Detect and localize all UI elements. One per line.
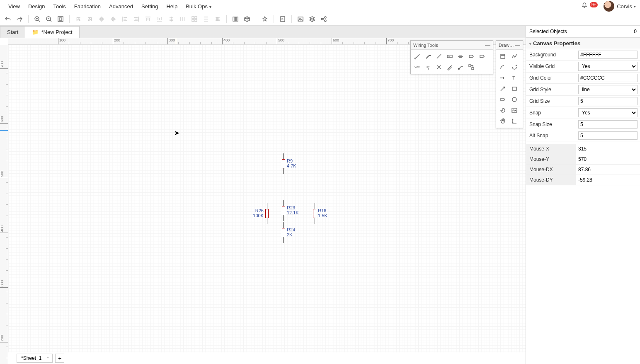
zoom-fit-button[interactable]: [55, 14, 66, 24]
gnd-tool[interactable]: +5V: [423, 62, 433, 72]
rotate-right-button[interactable]: [85, 14, 95, 24]
svg-rect-29: [512, 108, 517, 112]
svg-rect-24: [472, 68, 474, 70]
notification-bell[interactable]: 9+: [581, 2, 598, 10]
undo-button[interactable]: [2, 14, 13, 24]
add-sheet-button[interactable]: +: [55, 354, 64, 363]
drawing-tools-palette[interactable]: Drawi…— T: [496, 40, 523, 128]
svg-point-28: [512, 97, 516, 102]
mouse-dy-value: -59.28: [576, 176, 640, 184]
mouse-x-value: 315: [576, 145, 640, 153]
sheet-tool[interactable]: [498, 51, 508, 61]
image-button[interactable]: [295, 14, 306, 24]
probe-tool[interactable]: [445, 62, 455, 72]
user-name[interactable]: Corvis: [617, 3, 632, 10]
netlabel-tool[interactable]: N: [445, 51, 455, 61]
bom-button[interactable]: B: [277, 14, 288, 24]
wire-tool[interactable]: [412, 51, 422, 61]
library-button[interactable]: [230, 14, 241, 24]
ellipse-tool[interactable]: [509, 95, 519, 104]
group-tool[interactable]: [466, 62, 476, 72]
distribute-grid-button[interactable]: [189, 14, 200, 24]
wiring-tools-palette[interactable]: Wiring Tools— N VCC +5V: [410, 40, 493, 74]
menu-help[interactable]: Help: [162, 1, 182, 12]
sheet-menu-caret-icon[interactable]: ⌃: [46, 356, 50, 360]
mouse-dx-label: Mouse-DX: [526, 165, 576, 175]
svg-rect-25: [501, 54, 505, 58]
menu-tools[interactable]: Tools: [49, 1, 70, 12]
palette-minimize-icon[interactable]: —: [485, 42, 490, 48]
menu-view[interactable]: View: [4, 1, 24, 12]
menu-fabrication[interactable]: Fabrication: [70, 1, 105, 12]
prop-gridstyle-select[interactable]: line: [578, 85, 638, 94]
port-tool[interactable]: [466, 51, 476, 61]
redo-button[interactable]: ?: [14, 14, 25, 24]
tab-new-project[interactable]: 📁 *New Project: [25, 26, 79, 38]
align-grid-button[interactable]: [212, 14, 223, 24]
prop-snap-select[interactable]: Yes: [578, 108, 638, 117]
component-r26[interactable]: R26100K: [265, 203, 269, 224]
prop-visiblegrid-select[interactable]: Yes: [578, 62, 638, 71]
component-r16[interactable]: R161.5K: [313, 203, 316, 224]
global-label-tool[interactable]: [477, 51, 487, 61]
polygon-tool[interactable]: [498, 95, 508, 104]
sheet-tab[interactable]: *Sheet_1⌃: [17, 354, 53, 363]
dimension-tool[interactable]: [509, 116, 519, 126]
component-r9[interactable]: R94.7K: [282, 153, 285, 174]
vertical-ruler: 700600500400300200: [0, 45, 8, 364]
menu-setting[interactable]: Setting: [137, 1, 162, 12]
prop-background-input[interactable]: [578, 51, 638, 59]
align-left-button[interactable]: [119, 14, 130, 24]
prop-altsnap-label: Alt Snap: [526, 131, 576, 141]
align-bottom-button[interactable]: [154, 14, 165, 24]
bus-tool[interactable]: [423, 51, 433, 61]
image-tool[interactable]: [509, 105, 519, 115]
tab-start[interactable]: Start: [0, 26, 25, 38]
layers-button[interactable]: [307, 14, 318, 24]
schematic-canvas[interactable]: R94.7K R26100K R2312.1K R161.5K R242K ➤: [8, 45, 526, 352]
rotate-left-button[interactable]: [73, 14, 84, 24]
pie-tool[interactable]: [498, 105, 508, 115]
noconnect-tool[interactable]: [434, 62, 444, 72]
pan-tool[interactable]: [498, 116, 508, 126]
line-tool[interactable]: [434, 51, 444, 61]
prop-snapsize-input[interactable]: [578, 120, 638, 129]
menu-advanced[interactable]: Advanced: [105, 1, 137, 12]
flip-v-button[interactable]: [108, 14, 119, 24]
auto-route-button[interactable]: [259, 14, 270, 24]
align-top-button[interactable]: [143, 14, 153, 24]
arc2-tool[interactable]: [509, 62, 519, 72]
prop-gridcolor-input[interactable]: [578, 74, 638, 82]
toolbar: ? B: [0, 12, 640, 26]
component-r23[interactable]: R2312.1K: [282, 200, 285, 221]
freehand-tool[interactable]: [498, 84, 508, 94]
align-center-h-button[interactable]: [166, 14, 177, 24]
svg-point-14: [321, 18, 323, 20]
netflag-tool[interactable]: [456, 51, 465, 61]
vcc-tool[interactable]: VCC: [412, 62, 422, 72]
component-r24[interactable]: R242K: [282, 222, 285, 243]
prop-altsnap-input[interactable]: [578, 131, 638, 140]
3d-view-button[interactable]: [242, 14, 252, 24]
flip-h-button[interactable]: [96, 14, 107, 24]
share-button[interactable]: [318, 14, 329, 24]
svg-text:N: N: [448, 55, 450, 58]
user-menu-caret-icon[interactable]: ▾: [634, 4, 636, 9]
canvas-properties-header[interactable]: ▾Canvas Properties: [526, 38, 640, 49]
text-tool[interactable]: T: [509, 73, 519, 83]
distribute-h-button[interactable]: [177, 14, 188, 24]
zoom-in-button[interactable]: [32, 14, 43, 24]
menu-bulkops[interactable]: Bulk Ops ▾: [182, 1, 215, 12]
polyline-tool[interactable]: [509, 51, 519, 61]
rect-tool[interactable]: [509, 84, 519, 94]
palette-minimize-icon[interactable]: —: [515, 42, 520, 48]
arrow-tool[interactable]: [498, 73, 508, 83]
align-right-button[interactable]: [131, 14, 142, 24]
menu-design[interactable]: Design: [24, 1, 49, 12]
arc-tool[interactable]: [498, 62, 508, 72]
distribute-v-button[interactable]: [201, 14, 211, 24]
junction-tool[interactable]: [456, 62, 465, 72]
prop-gridsize-input[interactable]: [578, 97, 638, 105]
avatar[interactable]: [604, 1, 614, 12]
zoom-out-button[interactable]: [44, 14, 54, 24]
